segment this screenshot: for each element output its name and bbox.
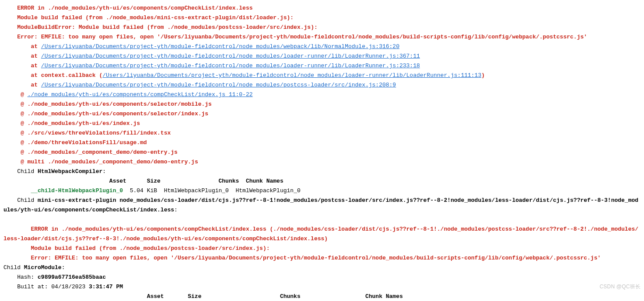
child-colon: : bbox=[62, 264, 65, 271]
built-at-label: Built at: 04/18/2023 bbox=[4, 284, 89, 290]
stack-at: at bbox=[4, 62, 41, 69]
terminal-output: ERROR in ./node_modules/yth-ui/es/compon… bbox=[0, 0, 644, 301]
built-at-time: 3:31:47 PM bbox=[89, 284, 123, 290]
stack-at: at bbox=[4, 53, 41, 59]
stack-at-module: @ bbox=[4, 91, 28, 98]
child-name: MicroModule bbox=[24, 264, 62, 271]
table-row-rest: 5.04 KiB HtmlWebpackPlugin_0 HtmlWebpack… bbox=[123, 187, 301, 194]
child-label: Child bbox=[4, 264, 24, 271]
stack-module: @ ./node_modules/yth-ui/es/components/se… bbox=[4, 111, 208, 117]
hash-value: c9899a67716ea585baac bbox=[38, 274, 106, 280]
error-line: ModuleBuildError: Module build failed (f… bbox=[4, 24, 318, 31]
stack-link[interactable]: /Users/liyuanba/Documents/project-yth/mo… bbox=[102, 72, 481, 79]
stack-at-context-suffix: ) bbox=[481, 72, 485, 79]
child-label: Child bbox=[4, 168, 38, 175]
stack-link[interactable]: /Users/liyuanba/Documents/project-yth/mo… bbox=[41, 62, 420, 69]
table-header: Asset Size Chunks Chunk Names bbox=[4, 178, 284, 184]
table-row-pre bbox=[4, 187, 31, 194]
stack-module: @ ./node_modules/yth-ui/es/components/se… bbox=[4, 101, 212, 107]
stack-module: @ ./node_modules/yth-ui/es/index.js bbox=[4, 120, 140, 127]
error-line: Error: EMFILE: too many open files, open… bbox=[4, 255, 601, 261]
stack-at-context: at context.callback ( bbox=[4, 72, 102, 79]
stack-module: @ multi ./node_modules/_component_demo/d… bbox=[4, 159, 198, 165]
hash-label: Hash: bbox=[4, 274, 38, 280]
stack-at: at bbox=[4, 82, 41, 88]
error-line: ERROR in ./node_modules/yth-ui/es/compon… bbox=[4, 5, 253, 11]
asset-name: __child-HtmlWebpackPlugin_0 bbox=[31, 187, 123, 194]
error-line: Module build failed (from ./node_modules… bbox=[4, 245, 270, 252]
error-line: Module build failed (from ./node_modules… bbox=[4, 14, 294, 21]
stack-link[interactable]: /Users/liyuanba/Documents/project-yth/mo… bbox=[41, 43, 399, 50]
stack-link[interactable]: /Users/liyuanba/Documents/project-yth/mo… bbox=[41, 53, 420, 59]
stack-module: @ ./src/views/threeViolations/fill/index… bbox=[4, 130, 171, 136]
stack-module: @ ./demo/threeViolationsFill/usage.md bbox=[4, 139, 147, 146]
child-name: mini-css-extract-plugin node_modules/css… bbox=[4, 197, 638, 213]
error-line: Error: EMFILE: too many open files, open… bbox=[4, 34, 587, 40]
stack-link[interactable]: ./node_modules/yth-ui/es/components/comp… bbox=[28, 91, 253, 98]
stack-module: @ ./node_modules/_component_demo/demo-en… bbox=[4, 149, 178, 156]
child-colon: : bbox=[174, 207, 178, 213]
error-line: ERROR in ./node_modules/yth-ui/es/compon… bbox=[4, 226, 638, 242]
child-colon: : bbox=[102, 168, 106, 175]
child-name: HtmlWebpackCompiler bbox=[38, 168, 102, 175]
stack-at: at bbox=[4, 43, 41, 50]
child-label: Child bbox=[4, 197, 38, 204]
stack-link[interactable]: /Users/liyuanba/Documents/project-yth/mo… bbox=[41, 82, 396, 88]
table-header: Asset Size Chunks Chunk Names bbox=[4, 293, 403, 300]
